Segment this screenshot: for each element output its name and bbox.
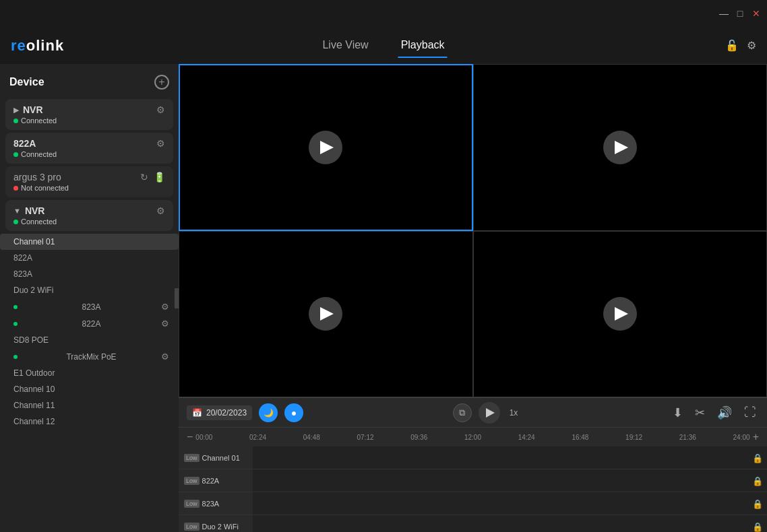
zoom-out-btn[interactable]: −	[184, 431, 195, 443]
ruler-time-4: 09:36	[410, 434, 427, 441]
moon-icon: 🌙	[264, 408, 274, 418]
settings-icon-channel-5[interactable]: ⚙	[161, 319, 169, 329]
ruler-time-0: 00:00	[195, 434, 212, 441]
status-dot-nvr2	[13, 220, 18, 224]
lock-icon[interactable]: 🔓	[725, 39, 739, 52]
channel-list: Channel 01 822A 823A Duo 2 WiFi 823A ⚙	[0, 234, 179, 430]
video-cell-4[interactable]	[473, 231, 768, 398]
timeline-video-btn[interactable]: ●	[284, 403, 303, 422]
device-status-822a1: Connected	[13, 150, 165, 158]
ruler-time-9: 21:36	[679, 434, 696, 441]
track-name-2: 823A	[202, 500, 220, 508]
restore-button[interactable]: □	[735, 8, 745, 19]
channel-label-5: 822A	[82, 319, 100, 329]
device-card-header-822a1: 822A ⚙	[13, 138, 165, 149]
channel-item-2[interactable]: 823A	[0, 266, 179, 282]
device-card-argus3: argus 3 pro ↻ 🔋 Not connected	[5, 166, 173, 197]
fullscreen-btn[interactable]: ⛶	[741, 405, 759, 420]
close-button[interactable]: ✕	[751, 8, 762, 19]
play-button-4[interactable]	[603, 297, 637, 331]
channel-label-10: Channel 11	[13, 401, 55, 410]
header-right: 🔓 ⚙	[725, 39, 756, 52]
settings-icon-nvr1[interactable]: ⚙	[156, 104, 165, 115]
main-content: 📅 20/02/2023 🌙 ● ⧉ 1x	[179, 64, 767, 532]
sidebar-device-title: Device	[9, 76, 44, 88]
device-name-argus3: argus 3 pro	[13, 172, 61, 182]
body: Device + ▶ NVR ⚙ Connected	[0, 64, 767, 532]
channel-item-9[interactable]: Channel 10	[0, 381, 179, 397]
channel-dot-7	[13, 355, 18, 359]
timeline-date-picker[interactable]: 📅 20/02/2023	[187, 405, 252, 420]
status-dot-nvr1	[13, 119, 18, 123]
track-bar-2[interactable]: 🔒	[253, 492, 767, 514]
device-status-argus3: Not connected	[13, 184, 165, 192]
tab-playback[interactable]: Playback	[398, 34, 448, 58]
channel-item-4[interactable]: 823A ⚙	[0, 298, 179, 315]
play-button-2[interactable]	[603, 131, 637, 164]
logo: reolink	[11, 37, 64, 55]
scissors-btn[interactable]: ✂	[692, 405, 708, 420]
device-name-nvr1: NVR	[23, 104, 43, 115]
minimize-button[interactable]: —	[718, 8, 729, 19]
track-0: Low Channel 01 🔒	[179, 446, 767, 469]
track-quality-3: Low	[184, 523, 200, 531]
channel-item-0[interactable]: Channel 01	[0, 234, 179, 250]
track-name-0: Channel 01	[202, 454, 240, 462]
channel-label-3: Duo 2 WiFi	[13, 286, 53, 295]
track-3: Low Duo 2 WiFi 🔒	[179, 515, 767, 532]
track-label-2: Low 823A	[179, 500, 253, 508]
status-dot-argus3	[13, 186, 18, 191]
duplicate-btn[interactable]: ⧉	[453, 403, 472, 422]
channel-item-3[interactable]: Duo 2 WiFi	[0, 282, 179, 298]
device-card-header-nvr2: ▼ NVR ⚙	[13, 205, 165, 216]
channel-label-7: TrackMix PoE	[66, 352, 116, 362]
title-bar: — □ ✕	[0, 0, 767, 27]
refresh-icon-argus3[interactable]: ↻	[140, 172, 148, 182]
sidebar-collapse-button[interactable]: ‹	[175, 288, 179, 308]
channel-item-10[interactable]: Channel 11	[0, 397, 179, 413]
timeline-toolbar: 📅 20/02/2023 🌙 ● ⧉ 1x	[179, 398, 767, 428]
play-button-1[interactable]	[309, 131, 342, 164]
add-device-button[interactable]: +	[154, 75, 169, 90]
settings-icon[interactable]: ⚙	[747, 39, 756, 52]
device-card-822a1: 822A ⚙ Connected	[5, 133, 173, 164]
nvr2-left: ▼ NVR	[13, 205, 44, 216]
zoom-in-btn[interactable]: +	[750, 431, 762, 443]
track-lock-icon-0: 🔒	[752, 453, 763, 463]
expand-arrow-icon-nvr2[interactable]: ▼	[13, 207, 21, 215]
download-btn[interactable]: ⬇	[670, 405, 685, 420]
channel-label-9: Channel 10	[13, 385, 55, 394]
video-cell-3[interactable]	[179, 231, 473, 398]
logo-text: re	[11, 37, 26, 54]
volume-btn[interactable]: 🔊	[714, 405, 735, 420]
timeline-play-button[interactable]	[479, 402, 500, 424]
video-cell-2[interactable]	[473, 64, 768, 231]
settings-icon-channel-4[interactable]: ⚙	[161, 302, 169, 312]
play-button-3[interactable]	[309, 297, 342, 331]
track-bar-3[interactable]: 🔒	[253, 515, 767, 532]
collapse-arrow-icon[interactable]: ▶	[13, 106, 19, 114]
channel-item-8[interactable]: E1 Outdoor	[0, 365, 179, 381]
timeline-area: 📅 20/02/2023 🌙 ● ⧉ 1x	[179, 397, 767, 532]
track-label-3: Low Duo 2 WiFi	[179, 523, 253, 531]
settings-icon-822a1[interactable]: ⚙	[156, 138, 165, 149]
track-bar-0[interactable]: 🔒	[253, 446, 767, 469]
settings-icon-channel-7[interactable]: ⚙	[161, 352, 169, 362]
channel-label-0: Channel 01	[13, 237, 55, 246]
sidebar-device-header: Device +	[0, 71, 179, 96]
channel-item-6[interactable]: SD8 POE	[0, 332, 179, 348]
video-cell-1[interactable]	[179, 64, 473, 231]
battery-icon-argus3: 🔋	[154, 172, 165, 182]
track-lock-icon-2: 🔒	[752, 498, 763, 508]
sidebar: Device + ▶ NVR ⚙ Connected	[0, 64, 179, 532]
timeline-ruler: − 00:00 02:24 04:48 07:12 09:36 12:00 14…	[179, 428, 767, 446]
track-label-0: Low Channel 01	[179, 454, 253, 462]
channel-item-1[interactable]: 822A	[0, 250, 179, 266]
track-bar-1[interactable]: 🔒	[253, 469, 767, 492]
settings-icon-nvr2[interactable]: ⚙	[156, 205, 165, 216]
tab-live-view[interactable]: Live View	[319, 34, 371, 58]
channel-item-5[interactable]: 822A ⚙	[0, 315, 179, 332]
timeline-photo-btn[interactable]: 🌙	[259, 403, 278, 422]
channel-item-11[interactable]: Channel 12	[0, 413, 179, 430]
channel-item-7[interactable]: TrackMix PoE ⚙	[0, 348, 179, 365]
